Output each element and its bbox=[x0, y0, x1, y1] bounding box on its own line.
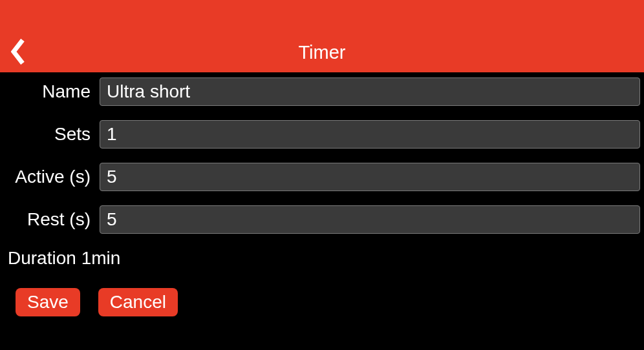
chevron-left-icon bbox=[11, 39, 25, 65]
name-row: Name bbox=[4, 77, 640, 106]
active-input[interactable] bbox=[100, 163, 640, 191]
name-input[interactable] bbox=[100, 77, 640, 106]
button-row: Save Cancel bbox=[4, 288, 640, 316]
duration-display: Duration 1min bbox=[4, 248, 640, 269]
back-button[interactable] bbox=[9, 37, 27, 66]
sets-input[interactable] bbox=[100, 120, 640, 149]
active-label: Active (s) bbox=[4, 167, 100, 187]
rest-label: Rest (s) bbox=[4, 209, 100, 230]
sets-row: Sets bbox=[4, 120, 640, 149]
cancel-button[interactable]: Cancel bbox=[98, 288, 178, 316]
rest-row: Rest (s) bbox=[4, 205, 640, 234]
save-button[interactable]: Save bbox=[16, 288, 80, 316]
duration-label: Duration bbox=[8, 248, 76, 268]
active-row: Active (s) bbox=[4, 163, 640, 191]
rest-input[interactable] bbox=[100, 205, 640, 234]
header: Timer bbox=[0, 0, 644, 72]
duration-value: 1min bbox=[81, 248, 121, 268]
name-label: Name bbox=[4, 81, 100, 102]
sets-label: Sets bbox=[4, 124, 100, 145]
page-title: Timer bbox=[298, 42, 345, 63]
timer-form: Name Sets Active (s) Rest (s) Duration 1… bbox=[0, 72, 644, 316]
